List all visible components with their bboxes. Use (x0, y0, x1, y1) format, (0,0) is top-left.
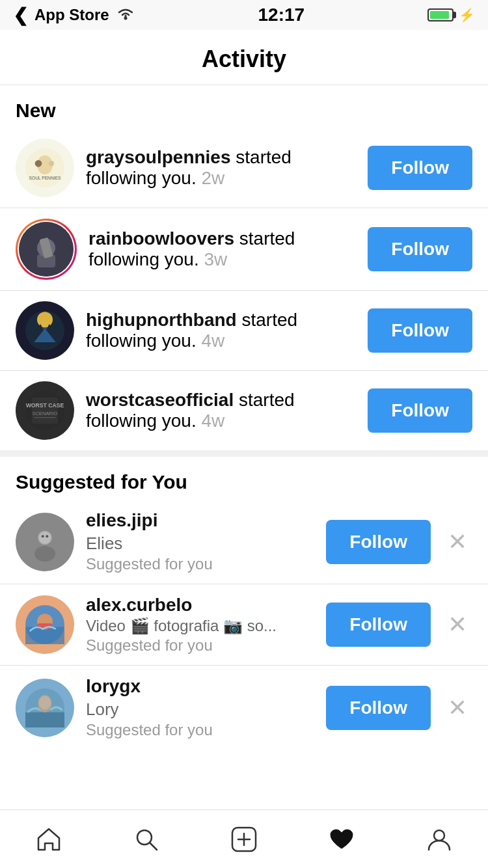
page-title: Activity (0, 46, 488, 73)
list-item: rainboowloovers started following you. 3… (0, 208, 488, 290)
home-icon (34, 825, 63, 854)
svg-point-4 (49, 161, 54, 166)
follow-button[interactable]: Follow (368, 308, 472, 353)
avatar[interactable] (16, 595, 74, 654)
svg-point-25 (46, 535, 48, 537)
follow-button[interactable]: Follow (368, 146, 472, 190)
svg-rect-19 (34, 417, 55, 418)
back-arrow-icon[interactable]: ❮ (13, 5, 28, 26)
follow-button[interactable]: Follow (368, 227, 472, 271)
user-info: worstcaseofficial started following you.… (86, 390, 356, 431)
avatar[interactable]: WORST CASE SCENARIO (16, 381, 74, 440)
nav-home[interactable] (0, 810, 98, 868)
username: lorygx (86, 676, 314, 697)
time-display: 12:17 (258, 5, 305, 25)
list-item: WORST CASE SCENARIO worstcaseofficial st… (0, 371, 488, 450)
suggested-label: Suggested for you (86, 555, 314, 573)
carrier-label: App Store (34, 6, 109, 24)
list-item: highupnorthband started following you. 4… (0, 291, 488, 370)
timestamp: 4w (201, 411, 224, 431)
svg-point-0 (124, 17, 127, 20)
heart-icon (327, 825, 356, 854)
dismiss-button[interactable]: ✕ (442, 694, 472, 722)
bio: Video 🎬 fotografia 📷 so... (86, 617, 314, 635)
battery-icon (427, 8, 454, 21)
wifi-icon (116, 6, 135, 24)
svg-point-39 (434, 830, 444, 841)
timestamp: 4w (201, 331, 224, 351)
suggested-section-label: Suggested for You (0, 457, 488, 500)
username-action: rainboowloovers started following you. 3… (88, 228, 356, 270)
follow-button[interactable]: Follow (326, 686, 431, 730)
follow-button[interactable]: Follow (326, 603, 431, 647)
svg-rect-31 (25, 712, 64, 727)
display-name: Elies (86, 534, 314, 554)
follow-button[interactable]: Follow (368, 388, 472, 433)
svg-point-23 (39, 532, 51, 544)
add-icon (230, 825, 258, 854)
page-content: New SOUL PENNIES graysoulpennies started… (0, 85, 488, 808)
avatar (19, 222, 74, 277)
new-section-label: New (0, 85, 488, 128)
status-bar: ❮ App Store 12:17 ⚡ (0, 0, 488, 30)
svg-point-12 (37, 312, 53, 327)
user-info: rainboowloovers started following you. 3… (88, 228, 356, 270)
bolt-icon: ⚡ (459, 7, 475, 23)
user-info: lorygx Lory Suggested for you (86, 676, 314, 739)
avatar[interactable] (16, 301, 74, 360)
status-right: ⚡ (427, 7, 475, 23)
section-divider (0, 450, 488, 457)
suggested-label: Suggested for you (86, 636, 314, 655)
username: highupnorthband (86, 310, 237, 330)
bottom-nav (0, 809, 488, 868)
list-item: SOUL PENNIES graysoulpennies started fol… (0, 128, 488, 208)
svg-text:SOUL PENNIES: SOUL PENNIES (29, 176, 62, 180)
page-header: Activity (0, 30, 488, 85)
display-name: Lory (86, 699, 314, 720)
svg-point-3 (35, 160, 42, 167)
svg-text:WORST CASE: WORST CASE (26, 402, 64, 409)
list-item: elies.jipi Elies Suggested for you Follo… (0, 500, 488, 584)
timestamp: 2w (201, 168, 224, 188)
nav-search[interactable] (98, 810, 195, 868)
username: rainboowloovers (88, 228, 234, 249)
username-action: worstcaseofficial started following you.… (86, 390, 356, 431)
follow-button[interactable]: Follow (326, 520, 431, 564)
avatar[interactable] (16, 679, 74, 737)
username: worstcaseofficial (86, 390, 234, 410)
username: graysoulpennies (86, 147, 231, 167)
list-item: alex.curbelo Video 🎬 fotografia 📷 so... … (0, 584, 488, 665)
user-info: elies.jipi Elies Suggested for you (86, 510, 314, 573)
status-left: ❮ App Store (13, 5, 135, 26)
avatar[interactable] (16, 513, 74, 571)
nav-add[interactable] (195, 810, 293, 868)
svg-text:SCENARIO: SCENARIO (33, 411, 58, 416)
list-item: lorygx Lory Suggested for you Follow ✕ (0, 666, 488, 750)
username-action: highupnorthband started following you. 4… (86, 310, 356, 351)
avatar[interactable]: SOUL PENNIES (16, 139, 74, 197)
timestamp: 3w (204, 249, 227, 269)
avatar-story-ring[interactable] (16, 219, 77, 280)
svg-line-35 (150, 843, 157, 850)
user-info: alex.curbelo Video 🎬 fotografia 📷 so... … (86, 595, 314, 655)
nav-activity[interactable] (293, 810, 390, 868)
dismiss-button[interactable]: ✕ (442, 611, 472, 638)
suggested-label: Suggested for you (86, 721, 314, 739)
user-info: graysoulpennies started following you. 2… (86, 147, 356, 189)
nav-profile[interactable] (390, 810, 488, 868)
username: elies.jipi (86, 510, 314, 531)
svg-point-22 (34, 546, 55, 562)
profile-icon (425, 825, 454, 854)
search-icon (132, 825, 161, 854)
username-action: graysoulpennies started following you. 2… (86, 147, 356, 189)
svg-point-33 (39, 696, 51, 709)
svg-point-24 (42, 535, 44, 537)
user-info: highupnorthband started following you. 4… (86, 310, 356, 351)
username: alex.curbelo (86, 595, 314, 616)
dismiss-button[interactable]: ✕ (442, 528, 472, 556)
